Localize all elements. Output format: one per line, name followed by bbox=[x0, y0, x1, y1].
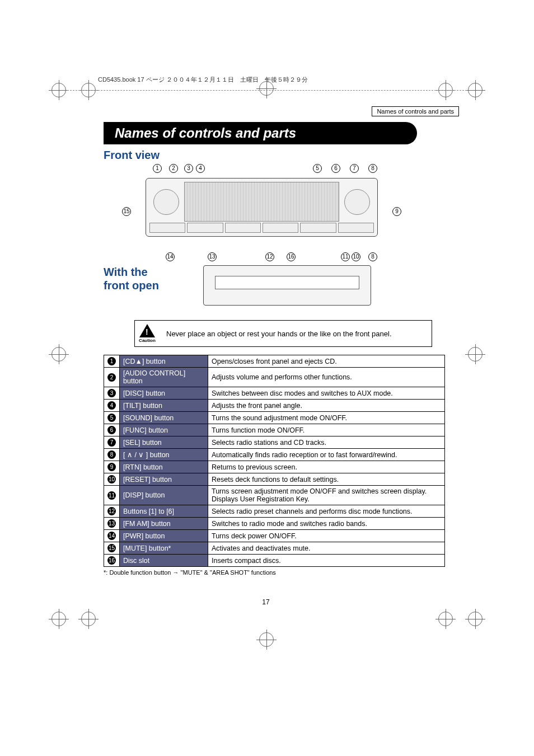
table-row: 11[DISP] buttonTurns screen adjustment m… bbox=[104, 486, 445, 505]
front-open-heading: With the front open bbox=[104, 265, 188, 292]
callout-8: 8 bbox=[368, 164, 377, 173]
control-name: [FUNC] button bbox=[120, 424, 208, 436]
table-row: 10[RESET] buttonResets deck functions to… bbox=[104, 473, 445, 486]
registration-mark bbox=[51, 612, 66, 626]
table-row: 4[TILT] buttonAdjusts the front panel an… bbox=[104, 400, 445, 412]
control-description: Selects radio preset channels and perfor… bbox=[208, 505, 445, 518]
control-name: [ ∧ / ∨ ] button bbox=[120, 449, 208, 461]
control-description: Turns the sound adjustment mode ON/OFF. bbox=[208, 412, 445, 424]
table-row: 8[ ∧ / ∨ ] buttonAutomatically finds rad… bbox=[104, 449, 445, 461]
table-row: 2[AUDIO CONTROL] buttonAdjusts volume an… bbox=[104, 368, 445, 387]
controls-table: 1[CD▲] buttonOpens/closes front panel an… bbox=[104, 355, 445, 567]
registration-mark bbox=[468, 347, 483, 361]
control-number: 11 bbox=[104, 486, 120, 505]
control-number: 15 bbox=[104, 542, 120, 555]
registration-mark bbox=[81, 612, 96, 626]
doc-header: CD5435.book 17 ページ ２００４年１２月１１日 土曜日 午後５時２… bbox=[98, 76, 459, 84]
callout-4: 4 bbox=[196, 164, 205, 173]
control-name: Disc slot bbox=[120, 555, 208, 567]
control-name: [RTN] button bbox=[120, 461, 208, 473]
callout-12: 12 bbox=[265, 252, 274, 261]
lcd-display bbox=[184, 182, 339, 222]
control-number: 2 bbox=[104, 368, 120, 387]
table-row: 12Buttons [1] to [6]Selects radio preset… bbox=[104, 505, 445, 518]
control-number: 12 bbox=[104, 505, 120, 518]
page-number: 17 bbox=[73, 598, 459, 606]
caution-label: Caution bbox=[137, 338, 157, 343]
table-row: 1[CD▲] buttonOpens/closes front panel an… bbox=[104, 355, 445, 368]
table-row: 14[PWR] buttonTurns deck power ON/OFF. bbox=[104, 530, 445, 542]
table-row: 7[SEL] buttonSelects radio stations and … bbox=[104, 436, 445, 449]
preset-button-row bbox=[149, 223, 374, 233]
control-name: [CD▲] button bbox=[120, 355, 208, 368]
control-number: 14 bbox=[104, 530, 120, 542]
section-breadcrumb: Names of controls and parts bbox=[372, 106, 459, 116]
control-description: Returns to previous screen. bbox=[208, 461, 445, 473]
registration-mark bbox=[51, 347, 66, 361]
control-name: [AUDIO CONTROL] button bbox=[120, 368, 208, 387]
table-row: 15[MUTE] button*Activates and deactivate… bbox=[104, 542, 445, 555]
callout-5: 5 bbox=[313, 164, 322, 173]
control-name: [TILT] button bbox=[120, 400, 208, 412]
control-name: [MUTE] button* bbox=[120, 542, 208, 555]
control-number: 3 bbox=[104, 387, 120, 400]
control-number: 7 bbox=[104, 436, 120, 449]
control-number: 4 bbox=[104, 400, 120, 412]
footnote: *: Double function button → "MUTE" & "AR… bbox=[104, 569, 459, 576]
front-view-heading: Front view bbox=[104, 149, 459, 162]
table-row: 3[DISC] buttonSwitches between disc mode… bbox=[104, 387, 445, 400]
control-description: Selects radio stations and CD tracks. bbox=[208, 436, 445, 449]
table-row: 16Disc slotInserts compact discs. bbox=[104, 555, 445, 567]
control-number: 13 bbox=[104, 518, 120, 530]
control-name: [SOUND] button bbox=[120, 412, 208, 424]
control-name: [DISP] button bbox=[120, 486, 208, 505]
control-name: [PWR] button bbox=[120, 530, 208, 542]
right-knob bbox=[344, 189, 370, 215]
callout-2: 2 bbox=[169, 164, 178, 173]
control-description: Inserts compact discs. bbox=[208, 555, 445, 567]
control-name: [SEL] button bbox=[120, 436, 208, 449]
callout-14: 14 bbox=[166, 252, 175, 261]
control-description: Turns deck power ON/OFF. bbox=[208, 530, 445, 542]
control-description: Turns screen adjustment mode ON/OFF and … bbox=[208, 486, 445, 505]
callout-6: 6 bbox=[331, 164, 340, 173]
registration-mark bbox=[468, 612, 483, 626]
control-description: Switches to radio mode and switches radi… bbox=[208, 518, 445, 530]
control-number: 6 bbox=[104, 424, 120, 436]
control-number: 9 bbox=[104, 461, 120, 473]
control-name: [DISC] button bbox=[120, 387, 208, 400]
callout-3: 3 bbox=[184, 164, 193, 173]
table-row: 9[RTN] buttonReturns to previous screen. bbox=[104, 461, 445, 473]
control-name: [FM AM] button bbox=[120, 518, 208, 530]
page-title: Names of controls and parts bbox=[104, 122, 417, 144]
callout-16: 16 bbox=[287, 252, 296, 261]
control-number: 10 bbox=[104, 473, 120, 486]
caution-text: Never place an object or rest your hands… bbox=[160, 330, 392, 338]
registration-mark bbox=[51, 83, 66, 97]
callout-11: 11 bbox=[341, 252, 350, 261]
control-number: 8 bbox=[104, 449, 120, 461]
callout-10: 10 bbox=[352, 252, 360, 261]
front-view-diagram: 1 2 3 4 5 6 7 8 15 9 14 13 12 16 11 10 8 bbox=[104, 164, 459, 262]
front-open-line1: With the bbox=[104, 266, 148, 278]
callout-9: 9 bbox=[392, 207, 401, 216]
control-description: Adjusts the front panel angle. bbox=[208, 400, 445, 412]
control-description: Switches between disc modes and switches… bbox=[208, 387, 445, 400]
front-panel-illustration bbox=[146, 178, 378, 237]
callout-7: 7 bbox=[350, 164, 359, 173]
table-row: 6[FUNC] buttonTurns function mode ON/OFF… bbox=[104, 424, 445, 436]
control-description: Turns function mode ON/OFF. bbox=[208, 424, 445, 436]
callout-8b: 8 bbox=[368, 252, 377, 261]
control-description: Automatically finds radio reception or t… bbox=[208, 449, 445, 461]
control-name: [RESET] button bbox=[120, 473, 208, 486]
control-description: Resets deck functions to default setting… bbox=[208, 473, 445, 486]
callout-1: 1 bbox=[153, 164, 162, 173]
registration-mark bbox=[438, 612, 453, 626]
disc-slot-illustration bbox=[215, 276, 359, 289]
registration-mark bbox=[259, 632, 274, 647]
control-description: Adjusts volume and performs other functi… bbox=[208, 368, 445, 387]
front-open-illustration bbox=[203, 265, 371, 306]
front-open-line2: front open bbox=[104, 279, 159, 292]
left-knob bbox=[153, 189, 179, 215]
control-number: 1 bbox=[104, 355, 120, 368]
